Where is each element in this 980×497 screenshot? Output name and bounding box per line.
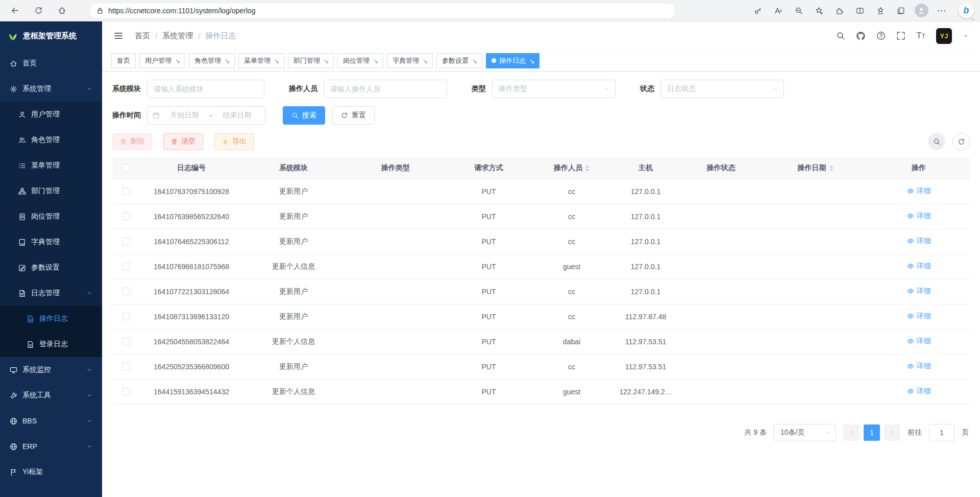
row-checkbox[interactable] (122, 212, 130, 220)
font-size-icon[interactable]: TT (916, 31, 925, 41)
browser-home-button[interactable] (53, 2, 70, 19)
sidebar-item-dictionary-management[interactable]: 字典管理 (0, 229, 102, 255)
date-range-picker[interactable]: 开始日期 - 结束日期 (147, 106, 265, 125)
zoom-out-icon[interactable] (790, 2, 807, 19)
tab-close-icon[interactable] (224, 58, 229, 63)
copilot-bing-button[interactable]: b (959, 3, 974, 18)
row-checkbox[interactable] (122, 238, 130, 245)
page-size-select[interactable]: 10条/页 (774, 424, 836, 441)
goto-page-input[interactable] (929, 424, 954, 441)
detail-link[interactable]: 详细 (907, 312, 931, 321)
tab-close-icon[interactable] (422, 58, 427, 63)
breadcrumb-home[interactable]: 首页 (135, 31, 150, 41)
help-icon[interactable] (876, 31, 886, 40)
tab-close-icon[interactable] (175, 58, 180, 63)
sidebar-toggle-icon[interactable] (113, 31, 124, 41)
sidebar-item-login-log[interactable]: 登录日志 (0, 332, 102, 357)
detail-link[interactable]: 详细 (907, 186, 931, 196)
browser-menu-icon[interactable]: ⋯ (933, 2, 950, 19)
refresh-table-button[interactable] (952, 133, 970, 150)
sidebar-item-system-tools[interactable]: 系统工具 (0, 383, 102, 408)
delete-button[interactable]: 删除 (112, 133, 152, 150)
sidebar-item-yi-framework[interactable]: Yi框架 (0, 459, 102, 485)
extensions-icon[interactable] (831, 2, 848, 19)
tab-parameter-settings[interactable]: 参数设置 (436, 53, 482, 68)
browser-back-button[interactable] (6, 2, 23, 19)
sidebar-item-menu-management[interactable]: 菜单管理 (0, 153, 102, 178)
sidebar-item-post-management[interactable]: 岗位管理 (0, 204, 102, 229)
address-bar[interactable]: https://ccnetcore.com:1101/system/log/op… (89, 3, 676, 19)
add-favorite-icon[interactable] (811, 2, 828, 19)
operator-input[interactable] (324, 80, 447, 98)
sort-caret-icon[interactable] (585, 165, 590, 171)
sidebar-item-system-monitoring[interactable]: 系统监控 (0, 357, 102, 383)
reset-button[interactable]: 重置 (332, 106, 375, 125)
breadcrumb-system[interactable]: 系统管理 (162, 31, 193, 41)
row-checkbox[interactable] (122, 363, 130, 370)
sidebar-item-home[interactable]: 首页 (0, 51, 102, 76)
chevron-down-icon[interactable] (963, 33, 969, 39)
detail-link[interactable]: 详细 (907, 387, 931, 396)
sidebar-item-operation-log[interactable]: 操作日志 (0, 306, 102, 332)
tab-home[interactable]: 首页 (111, 53, 136, 68)
search-button[interactable]: 搜索 (283, 106, 325, 125)
tab-role-management[interactable]: 角色管理 (189, 53, 235, 68)
sidebar-item-role-management[interactable]: 角色管理 (0, 127, 102, 153)
tab-close-icon[interactable] (472, 58, 477, 63)
next-page-button[interactable] (884, 424, 900, 441)
tab-close-icon[interactable] (274, 58, 279, 63)
sort-caret-icon[interactable] (829, 165, 834, 171)
github-icon[interactable] (856, 31, 866, 41)
row-checkbox[interactable] (122, 288, 130, 295)
select-all-checkbox[interactable] (122, 164, 130, 172)
password-key-icon[interactable] (749, 2, 767, 19)
clear-button[interactable]: 清空 (163, 133, 203, 150)
detail-link[interactable]: 详细 (907, 287, 931, 296)
status-select[interactable]: 日志状态 (660, 80, 784, 98)
read-aloud-icon[interactable] (770, 2, 787, 19)
user-avatar[interactable]: YJ (936, 28, 952, 44)
detail-link[interactable]: 详细 (907, 236, 931, 246)
tab-post-management[interactable]: 岗位管理 (337, 53, 383, 68)
type-select[interactable]: 操作类型 (492, 80, 616, 98)
sidebar-item-erp[interactable]: ERP (0, 434, 102, 459)
tab-department-management[interactable]: 部门管理 (288, 53, 334, 68)
split-screen-icon[interactable] (851, 2, 869, 19)
row-checkbox[interactable] (122, 263, 130, 270)
profile-avatar[interactable] (913, 2, 930, 19)
search-icon[interactable] (836, 31, 845, 40)
prev-page-button[interactable] (843, 424, 860, 441)
browser-refresh-button[interactable] (30, 2, 47, 19)
row-checkbox[interactable] (122, 338, 130, 345)
module-input[interactable] (147, 80, 264, 98)
tab-dictionary-management[interactable]: 字典管理 (387, 53, 433, 68)
tab-close-icon[interactable] (373, 58, 378, 63)
sidebar-item-department-management[interactable]: 部门管理 (0, 178, 102, 204)
row-checkbox[interactable] (122, 388, 130, 395)
page-number-button[interactable]: 1 (864, 424, 880, 441)
header-date-sortable[interactable]: 操作日期 (763, 157, 868, 179)
sidebar-item-user-management[interactable]: 用户管理 (0, 102, 102, 127)
tab-close-icon[interactable] (529, 58, 534, 63)
sidebar-item-system-management[interactable]: 系统管理 (0, 76, 102, 102)
tab-close-icon[interactable] (323, 58, 328, 63)
collections-icon[interactable] (892, 2, 910, 19)
detail-link[interactable]: 详细 (907, 211, 931, 221)
detail-link[interactable]: 详细 (907, 337, 931, 346)
tab-user-management[interactable]: 用户管理 (139, 53, 185, 68)
sidebar-item-parameter-settings[interactable]: 参数设置 (0, 255, 102, 280)
detail-link[interactable]: 详细 (907, 262, 931, 271)
show-search-button[interactable] (928, 133, 945, 150)
tab-menu-management[interactable]: 菜单管理 (238, 53, 284, 68)
header-operator-sortable[interactable]: 操作人员 (531, 157, 612, 179)
favorites-icon[interactable] (872, 2, 889, 19)
sidebar-item-log-management[interactable]: 日志管理 (0, 280, 102, 306)
fullscreen-icon[interactable] (896, 31, 905, 40)
tab-operation-log[interactable]: 操作日志 (486, 53, 540, 68)
export-button[interactable]: 导出 (214, 133, 254, 150)
row-checkbox[interactable] (122, 313, 130, 320)
chevron-down-icon[interactable] (970, 17, 975, 22)
sidebar-item-bbs[interactable]: BBS (0, 408, 102, 434)
detail-link[interactable]: 详细 (907, 362, 931, 371)
row-checkbox[interactable] (122, 187, 130, 195)
